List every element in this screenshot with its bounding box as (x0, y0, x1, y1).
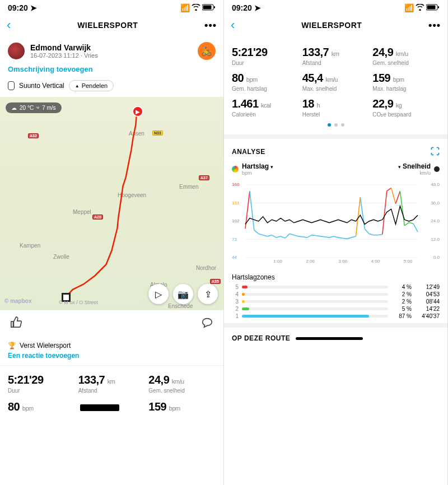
series-hr-label[interactable]: Hartslag (242, 162, 269, 170)
stat-Max. hartslag: 159 bpmMax. hartslag (372, 72, 440, 92)
tag-pill[interactable]: ▲Pendelen (69, 80, 114, 91)
profile-row[interactable]: Edmond Varwijk 16-07-2023 11:12 · Vries … (0, 37, 223, 65)
svg-line-12 (250, 191, 254, 230)
location-arrow-icon: ➤ (254, 3, 261, 12)
zone-row-2: 25 %14'22 (232, 305, 440, 313)
stat-Duur: 5:21'29Duur (8, 374, 75, 394)
stat-Herstel: 18 hHerstel (302, 97, 370, 118)
page-dot-1[interactable] (328, 123, 331, 127)
activity-date: 16-07-2023 11:12 · Vries (30, 52, 98, 59)
svg-line-30 (329, 236, 334, 237)
status-bar: 09:20 ➤ 📶 (224, 0, 447, 13)
status-time: 09:20 (8, 3, 28, 12)
zone-row-4: 42 %04'53 (232, 291, 440, 298)
route-path (0, 97, 223, 309)
route-bar (296, 337, 363, 340)
svg-line-26 (311, 235, 316, 236)
svg-line-38 (365, 228, 369, 234)
svg-line-35 (352, 236, 356, 237)
battery-icon (426, 3, 440, 12)
route-start-marker: ▶ (132, 106, 143, 117)
page-dot-3[interactable] (341, 123, 344, 127)
play-button[interactable]: ▷ (148, 284, 169, 304)
series-speed-label[interactable]: Snelheid (403, 162, 431, 170)
camera-button[interactable]: 📷 (173, 284, 193, 304)
stat-Duur: 5:21'29Duur (232, 46, 299, 66)
svg-text:2:00: 2:00 (306, 259, 315, 263)
svg-line-33 (343, 238, 347, 239)
svg-line-37 (360, 197, 365, 228)
svg-line-21 (290, 234, 294, 235)
status-icons: 📶 (180, 3, 216, 12)
device-row: Suunto Vertical ▲Pendelen (0, 78, 223, 97)
svg-line-41 (378, 235, 382, 235)
share-button[interactable]: ⇪ (198, 284, 218, 304)
svg-text:1:00: 1:00 (273, 259, 282, 263)
stat-Afstand: 133,7 kmAfstand (302, 46, 370, 66)
svg-line-28 (320, 236, 325, 237)
achievement: 🏆 Verst Wielersport (0, 336, 223, 352)
location-arrow-icon: ➤ (30, 3, 37, 12)
nav-bar: ‹ WIELERSPORT ••• (0, 13, 223, 37)
wifi-icon (192, 3, 200, 12)
status-time: 09:20 (232, 3, 252, 12)
signal-icon: 📶 (180, 3, 190, 12)
comment-button[interactable] (201, 316, 213, 330)
hr-series-icon (232, 166, 239, 172)
map-credit: © M ox / O Street (59, 300, 98, 305)
svg-line-32 (338, 237, 343, 238)
svg-line-23 (298, 236, 303, 237)
stats-summary: 5:21'29Duur133,7 kmAfstand24,9 km/uGem. … (0, 365, 223, 394)
activity-cycling-icon: 🚴 (198, 42, 216, 60)
svg-text:4:00: 4:00 (371, 259, 380, 263)
svg-line-34 (347, 237, 352, 239)
pager-dots[interactable] (224, 118, 447, 134)
add-reaction-link[interactable]: Een reactie toevoegen (0, 352, 223, 365)
route-map[interactable]: ☁20 °C ༄7 m/s AssenEmmenHoogeveenMeppelZ… (0, 97, 223, 310)
zones-title: Hartslagzones (232, 269, 440, 283)
svg-text:3:00: 3:00 (339, 259, 348, 263)
svg-line-39 (369, 234, 374, 235)
svg-line-49 (413, 223, 418, 232)
svg-rect-1 (203, 6, 212, 10)
stat-Calorieën: 1.461 kcalCalorieën (232, 97, 299, 118)
like-button[interactable] (10, 316, 22, 330)
stats-grid-full: 5:21'29Duur133,7 kmAfstand24,9 km/uGem. … (224, 37, 447, 118)
svg-line-17 (272, 235, 276, 237)
stats-row2: 80 bpm159 bpm (0, 394, 223, 413)
svg-line-14 (259, 234, 263, 235)
svg-line-25 (307, 235, 312, 237)
svg-line-29 (325, 237, 329, 237)
svg-line-24 (303, 237, 307, 237)
svg-line-44 (391, 188, 396, 204)
avatar (8, 43, 25, 59)
analysis-chart[interactable]: 1:002:003:004:005:0044731021311600.012.0… (232, 179, 440, 269)
status-icons: 📶 (404, 3, 440, 12)
triangle-icon: ▲ (75, 83, 80, 88)
wifi-icon (416, 3, 424, 12)
svg-rect-4 (427, 6, 436, 10)
svg-line-20 (285, 234, 290, 238)
svg-line-13 (254, 230, 259, 234)
status-bar: 09:20 ➤ 📶 (0, 0, 223, 13)
svg-text:5:00: 5:00 (404, 259, 413, 263)
expand-icon[interactable]: ⛶ (431, 147, 440, 157)
svg-line-16 (267, 235, 272, 236)
zone-row-3: 32 %08'44 (232, 298, 440, 305)
hr-zones: 54 %12'4942 %04'5332 %08'4425 %14'22187 … (232, 283, 440, 320)
on-route-section: OP DEZE ROUTE (224, 323, 447, 349)
screen-right: 09:20 ➤ 📶 ‹ WIELERSPORT ••• 5:21'29Duur1… (224, 0, 448, 485)
svg-line-43 (387, 188, 391, 192)
more-button[interactable]: ••• (204, 20, 217, 31)
trophy-icon: 🏆 (8, 342, 16, 349)
back-button[interactable]: ‹ (7, 18, 11, 32)
svg-line-47 (404, 222, 409, 226)
more-button[interactable]: ••• (428, 20, 441, 31)
stat-Max. snelheid: 45,4 km/uMax. snelheid (302, 72, 370, 92)
screen-left: 09:20 ➤ 📶 ‹ WIELERSPORT ••• Edmond Varwi… (0, 0, 224, 485)
back-button[interactable]: ‹ (231, 18, 235, 32)
page-dot-2[interactable] (334, 123, 338, 127)
stat-Afstand: 133,7 kmAfstand (78, 374, 146, 394)
add-description-link[interactable]: Omschrijving toevoegen (0, 65, 223, 78)
svg-line-18 (276, 236, 281, 237)
